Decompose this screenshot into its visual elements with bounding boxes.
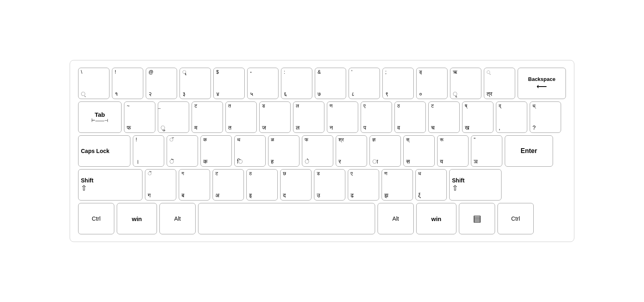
key-shift-right[interactable]: Shift ⇧ [449,169,502,201]
key-l[interactable]: स् स [403,135,435,167]
key-q[interactable]: ~ फ [124,101,155,133]
key-p[interactable]: ट च [428,101,460,133]
key-m[interactable]: ए ढ [348,169,379,201]
key-semicolon[interactable]: रू य [437,135,469,167]
key-r[interactable]: त त [225,101,257,133]
enter-label: Enter [521,147,537,155]
menu-icon: ▤ [473,213,481,224]
shift-left-icon: ⇧ [81,184,87,192]
key-o[interactable]: ठ व [394,101,426,133]
key-b[interactable]: छ द [280,169,312,201]
key-f[interactable]: थ ि [234,135,266,167]
tab-arrows: ⊢——⊣ [91,118,108,123]
key-a[interactable]: ! । [133,135,164,167]
key-8[interactable]: ' ८ [349,68,380,99]
key-g[interactable]: ळ ह [268,135,299,167]
key-u[interactable]: ण न [327,101,358,133]
key-h[interactable]: फ े [302,135,333,167]
shift-right-label: Shift [452,177,464,184]
alt-left-label: Alt [174,215,181,222]
backspace-label: Backspace [528,76,555,82]
key-x[interactable]: ग ब [179,169,210,201]
key-alt-left[interactable]: Alt [159,203,196,234]
key-backslash[interactable]: ध् ? [530,101,561,133]
key-t[interactable]: ड ज [259,101,291,133]
key-capslock[interactable]: Caps Lock [78,135,130,167]
capslock-label: Caps Lock [81,148,109,154]
key-j[interactable]: श्र र [336,135,367,167]
key-e[interactable]: ट म [192,101,223,133]
key-period[interactable]: ध ξ [415,169,447,201]
key-0[interactable]: ड् ० [416,68,448,99]
key-equal[interactable]: ् त्र [484,68,515,99]
shift-left-label: Shift [81,177,93,184]
key-4[interactable]: $ ४ [213,68,245,99]
key-k[interactable]: ज्ञ ा [369,135,401,167]
row-shift: Shift ⇧ ॆ ग ग ब ट अ ठ इ छ द ड उ ए [78,169,566,201]
key-2[interactable]: @ २ [146,68,177,99]
row-qwerty: Tab ⊢——⊣ ~ फ ॒ ु ट म त त ड ज ल ल ण [78,101,566,133]
key-6[interactable]: : ६ [281,68,312,99]
key-w[interactable]: ॒ ु [158,101,189,133]
key-bracket-close[interactable]: द् , [496,101,527,133]
key-5[interactable]: ॰ ५ [247,68,279,99]
key-space[interactable] [198,203,375,234]
key-minus[interactable]: ऋ ृ [450,68,481,99]
row-bottom: Ctrl win Alt Alt win [78,203,566,234]
row-asdf: Caps Lock ! । ॅ ॆ क क थ ि ळ ह फ े श्र र [78,135,566,167]
key-1[interactable]: ! १ [112,68,143,99]
key-z[interactable]: ॆ ग [145,169,176,201]
key-9[interactable]: ; ९ [382,68,414,99]
key-v[interactable]: ठ इ [246,169,278,201]
key-shift-left[interactable]: Shift ⇧ [78,169,142,201]
win-right-label: win [431,215,442,222]
key-3[interactable]: ॄ ३ [180,68,211,99]
alt-right-label: Alt [392,215,399,222]
key-alt-right[interactable]: Alt [378,203,414,234]
key-d[interactable]: क क [200,135,232,167]
key-enter[interactable]: Enter [505,135,553,167]
win-left-label: win [132,215,142,222]
key-quote[interactable]: " ञ [471,135,502,167]
key-i[interactable]: ए प [361,101,392,133]
key-bracket-open[interactable]: ष् ख [462,101,493,133]
key-win-left[interactable]: win [117,203,157,234]
key-backspace[interactable]: Backspace ⟵ [518,68,566,99]
keyboard-layout: \ ् ! १ @ २ ॄ ३ $ ४ ॰ ५ : ६ & ७ [70,60,574,242]
shift-right-icon: ⇧ [452,184,458,192]
key-ctrl-right[interactable]: Ctrl [497,203,534,234]
key-win-right[interactable]: win [416,203,456,234]
ctrl-right-label: Ctrl [511,215,520,222]
key-ctrl-left[interactable]: Ctrl [78,203,114,234]
tab-label: Tab [95,111,105,118]
ctrl-left-label: Ctrl [92,215,101,222]
key-7[interactable]: & ७ [315,68,346,99]
key-n[interactable]: ड उ [314,169,345,201]
row-numbers: \ ् ! १ @ २ ॄ ३ $ ४ ॰ ५ : ६ & ७ [78,68,566,99]
backspace-arrow: ⟵ [537,82,547,91]
key-s[interactable]: ॅ ॆ [167,135,198,167]
key-tilde[interactable]: \ ् [78,68,109,99]
key-y[interactable]: ल ल [293,101,324,133]
key-tab[interactable]: Tab ⊢——⊣ [78,101,122,133]
key-comma[interactable]: ण झ [382,169,413,201]
key-menu[interactable]: ▤ [459,203,495,234]
key-c[interactable]: ट अ [213,169,244,201]
